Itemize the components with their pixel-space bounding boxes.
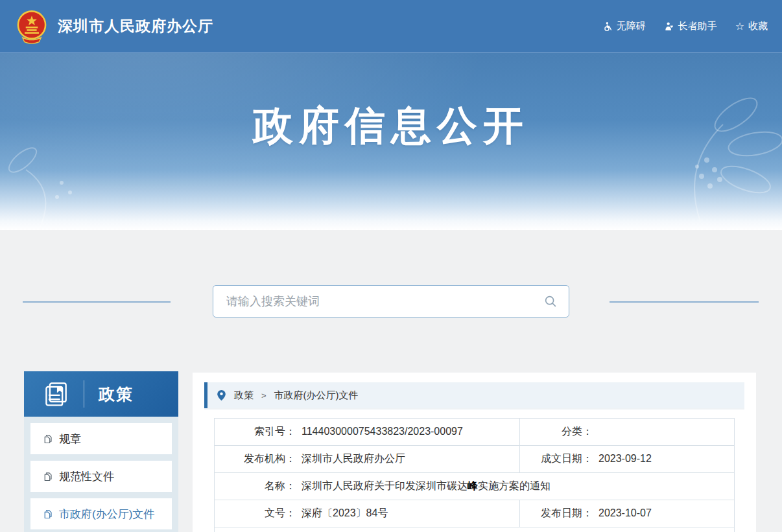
breadcrumb-current-link[interactable]: 市政府(办公厅)文件 [274, 389, 359, 402]
publish-date-value: 2023-10-07 [598, 507, 652, 518]
sidebar-item-label: 市政府(办公厅)文件 [59, 507, 154, 522]
breadcrumb: 政策 > 市政府(办公厅)文件 [204, 382, 744, 408]
table-row: 文号：深府〔2023〕84号 发布日期：2023-10-07 [215, 500, 735, 527]
breadcrumb-separator: > [261, 391, 267, 400]
written-date-label: 成文日期： [520, 452, 593, 466]
site-title: 深圳市人民政府办公厅 [58, 16, 213, 36]
sidebar-header-label: 政策 [99, 384, 134, 405]
search-input[interactable] [213, 295, 532, 308]
sidebar-menu: 规章 规范性文件 市政府(办公厅)文件 [24, 417, 178, 532]
document-icon [43, 472, 53, 481]
index-number-value: 114403000075433823/2023-00097 [302, 426, 463, 437]
book-icon [42, 380, 71, 408]
category-label: 分类： [520, 425, 593, 439]
sidebar: 政策 规章 规范性文件 [24, 371, 178, 532]
location-pin-icon [217, 389, 226, 401]
document-number-label: 文号： [215, 507, 296, 520]
sidebar-item-label: 规范性文件 [59, 469, 114, 484]
sidebar-item-normative-documents[interactable]: 规范性文件 [30, 461, 172, 492]
accessibility-label: 无障碍 [617, 20, 646, 32]
accessibility-icon [602, 21, 613, 32]
elder-helper-link[interactable]: 长者助手 [664, 20, 717, 32]
site-brand[interactable]: 深圳市人民政府办公厅 [14, 9, 213, 44]
document-info-table: 索引号：114403000075433823/2023-00097 分类： 发布… [214, 418, 735, 532]
document-name-cell: 名称：深圳市人民政府关于印发深圳市碳达峰实施方案的通知 [215, 473, 735, 500]
sidebar-item-municipal-government-documents[interactable]: 市政府(办公厅)文件 [30, 498, 172, 529]
table-row-partial [215, 527, 735, 532]
publish-date-label: 发布日期： [520, 507, 593, 520]
issuing-agency-cell: 发布机构：深圳市人民政府办公厅 [215, 446, 520, 473]
sidebar-item-label: 规章 [59, 432, 81, 446]
decorative-line-right [610, 301, 759, 303]
document-number-value: 深府〔2023〕84号 [302, 507, 388, 518]
sidebar-header-policy[interactable]: 政策 [24, 371, 178, 417]
top-header-bar: 深圳市人民政府办公厅 无障碍 长者助手 [0, 0, 782, 53]
accessibility-link[interactable]: 无障碍 [602, 20, 646, 32]
decorative-line-left [23, 301, 171, 303]
sidebar-item-regulations[interactable]: 规章 [30, 423, 172, 454]
breadcrumb-policy-link[interactable]: 政策 [234, 389, 254, 402]
search-keyword-highlight: 峰 [468, 480, 478, 491]
issuing-agency-label: 发布机构： [215, 452, 296, 466]
search-section [0, 230, 782, 371]
document-icon [43, 434, 53, 444]
national-emblem-icon [14, 9, 49, 44]
category-cell: 分类： [520, 419, 735, 446]
document-number-cell: 文号：深府〔2023〕84号 [215, 500, 520, 527]
table-row: 发布机构：深圳市人民政府办公厅 成文日期：2023-09-12 [215, 446, 735, 473]
elder-icon [664, 21, 674, 32]
index-number-label: 索引号： [215, 425, 296, 439]
main-area: 政策 规章 规范性文件 [0, 371, 782, 532]
star-icon: ☆ [735, 21, 744, 32]
written-date-value: 2023-09-12 [598, 453, 652, 464]
document-icon [43, 509, 53, 519]
favorite-link[interactable]: ☆ 收藏 [735, 20, 768, 32]
document-name-label: 名称： [215, 480, 296, 493]
elder-helper-label: 长者助手 [678, 20, 717, 32]
index-number-cell: 索引号：114403000075433823/2023-00097 [215, 419, 520, 446]
page-title: 政府信息公开 [0, 53, 782, 153]
issuing-agency-value: 深圳市人民政府办公厅 [302, 453, 405, 464]
written-date-cell: 成文日期：2023-09-12 [520, 446, 735, 473]
search-box [213, 285, 569, 318]
search-button[interactable] [532, 286, 569, 317]
document-name-value: 深圳市人民政府关于印发深圳市碳达峰实施方案的通知 [302, 480, 551, 491]
table-row: 名称：深圳市人民政府关于印发深圳市碳达峰实施方案的通知 [215, 473, 735, 500]
content-panel: 政策 > 市政府(办公厅)文件 索引号：114403000075433823/2… [193, 373, 756, 532]
search-icon [543, 294, 558, 308]
publish-date-cell: 发布日期：2023-10-07 [520, 500, 735, 527]
header-links: 无障碍 长者助手 ☆ 收藏 [602, 20, 768, 32]
page-banner: 政府信息公开 [0, 53, 782, 230]
table-row: 索引号：114403000075433823/2023-00097 分类： [215, 419, 735, 446]
sidebar-header-divider [84, 380, 84, 408]
favorite-label: 收藏 [748, 20, 768, 32]
partial-cell [215, 527, 735, 532]
